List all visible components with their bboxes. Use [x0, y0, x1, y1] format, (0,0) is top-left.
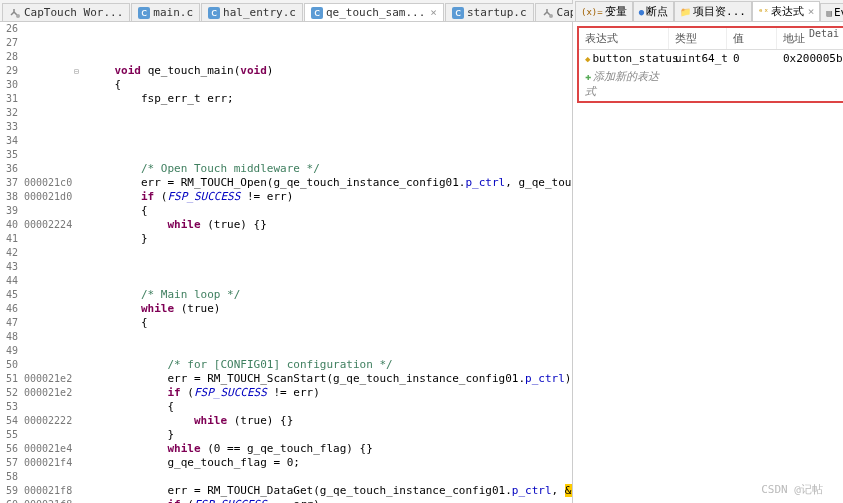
code-text: while (0 == g_qe_touch_flag) {} — [88, 442, 373, 456]
code-text: if (FSP_SUCCESS == err) — [88, 498, 320, 503]
fold-marker — [74, 470, 88, 484]
address — [22, 246, 74, 260]
code-line[interactable]: 43 — [0, 260, 572, 274]
expression-row[interactable]: ◆button_statusuint64_t00x200005b8 — [579, 50, 843, 67]
code-line[interactable]: 38000021d0 if (FSP_SUCCESS != err) — [0, 190, 572, 204]
code-line[interactable]: 57000021f4 g_qe_touch_flag = 0; — [0, 456, 572, 470]
col-expression[interactable]: 表达式 — [579, 28, 669, 49]
code-line[interactable]: 52000021e2 if (FSP_SUCCESS != err) — [0, 386, 572, 400]
fold-marker[interactable]: ⊟ — [74, 64, 88, 78]
variable-icon: ◆ — [585, 54, 590, 64]
fold-marker — [74, 260, 88, 274]
address — [22, 400, 74, 414]
code-area: 26272829⊟ void qe_touch_main(void)30 {31… — [0, 22, 572, 503]
line-number: 32 — [0, 106, 22, 120]
code-text: /* Open Touch middleware */ — [88, 162, 320, 176]
code-line[interactable]: 30 { — [0, 78, 572, 92]
c-file-icon: c — [452, 7, 464, 19]
c-file-icon: c — [138, 7, 150, 19]
code-text: } — [88, 232, 148, 246]
line-number: 34 — [0, 134, 22, 148]
view-tab-label: 项目资... — [693, 4, 746, 19]
code-line[interactable]: 60000021f8 if (FSP_SUCCESS == err) — [0, 498, 572, 503]
code-line[interactable]: 5400002222 while (true) {} — [0, 414, 572, 428]
editor-tab[interactable]: cmain.c — [131, 3, 200, 21]
code-line[interactable]: 48 — [0, 330, 572, 344]
code-line[interactable]: 29⊟ void qe_touch_main(void) — [0, 64, 572, 78]
code-text: while (true) {} — [88, 414, 293, 428]
col-value[interactable]: 值 — [727, 28, 777, 49]
code-line[interactable]: 27 — [0, 36, 572, 50]
line-number: 35 — [0, 148, 22, 162]
code-text: } — [88, 428, 174, 442]
code-line[interactable]: 41 } — [0, 232, 572, 246]
view-tab[interactable]: ᵉˣ表达式× — [752, 1, 820, 21]
code-line[interactable]: 35 — [0, 148, 572, 162]
code-line[interactable]: 56000021e4 while (0 == g_qe_touch_flag) … — [0, 442, 572, 456]
fold-marker — [74, 134, 88, 148]
code-line[interactable]: 47 { — [0, 316, 572, 330]
code-text: fsp_err_t err; — [88, 92, 234, 106]
expressions-rows: ◆button_statusuint64_t00x200005b8✚添加新的表达… — [579, 50, 843, 101]
editor-tab[interactable]: cstartup.c — [445, 3, 534, 21]
editor-tab[interactable]: chal_entry.c — [201, 3, 303, 21]
code-line[interactable]: 44 — [0, 274, 572, 288]
fold-marker — [74, 176, 88, 190]
view-tab[interactable]: 📁项目资... — [674, 1, 752, 21]
code-gutter[interactable]: 26272829⊟ void qe_touch_main(void)30 {31… — [0, 22, 572, 503]
code-line[interactable]: 55 } — [0, 428, 572, 442]
code-line[interactable]: 49 — [0, 344, 572, 358]
c-file-icon: c — [208, 7, 220, 19]
line-number: 36 — [0, 162, 22, 176]
close-icon[interactable]: × — [808, 5, 815, 18]
right-tabs: (x)=变量●断点📁项目资...ᵉˣ表达式×▤Eventp...⬚Periph.… — [573, 0, 843, 22]
code-line[interactable]: 36 /* Open Touch middleware */ — [0, 162, 572, 176]
close-icon[interactable]: × — [430, 6, 437, 19]
line-number: 47 — [0, 316, 22, 330]
code-line[interactable]: 46 while (true) — [0, 302, 572, 316]
address: 000021c0 — [22, 176, 74, 190]
expr-name: button_status — [592, 52, 678, 65]
code-line[interactable]: 4000002224 while (true) {} — [0, 218, 572, 232]
editor-tab[interactable]: cqe_touch_sam...× — [304, 3, 444, 21]
code-line[interactable]: 39 { — [0, 204, 572, 218]
code-text: if (FSP_SUCCESS != err) — [88, 190, 293, 204]
code-line[interactable]: 59000021f8 err = RM_TOUCH_DataGet(g_qe_t… — [0, 484, 572, 498]
code-line[interactable]: 51000021e2 err = RM_TOUCH_ScanStart(g_qe… — [0, 372, 572, 386]
address — [22, 330, 74, 344]
code-line[interactable]: 58 — [0, 470, 572, 484]
fold-marker — [74, 498, 88, 503]
line-number: 56 — [0, 442, 22, 456]
address — [22, 148, 74, 162]
line-number: 49 — [0, 344, 22, 358]
address — [22, 78, 74, 92]
view-tab-icon: (x)= — [581, 7, 603, 17]
view-tab[interactable]: ▤Eventp... — [820, 3, 843, 21]
code-line[interactable]: 31 fsp_err_t err; — [0, 92, 572, 106]
code-line[interactable]: 50 /* for [CONFIG01] configuration */ — [0, 358, 572, 372]
address: 00002224 — [22, 218, 74, 232]
code-line[interactable]: 42 — [0, 246, 572, 260]
code-line[interactable]: 28 — [0, 50, 572, 64]
line-number: 44 — [0, 274, 22, 288]
fold-marker — [74, 456, 88, 470]
fold-marker — [74, 50, 88, 64]
editor-tab[interactable]: CapTouch Wor... — [2, 3, 130, 21]
code-line[interactable]: 37000021c0 err = RM_TOUCH_Open(g_qe_touc… — [0, 176, 572, 190]
plus-icon: ✚ — [585, 71, 591, 82]
add-expression-row[interactable]: ✚添加新的表达式 — [579, 67, 843, 101]
line-number: 30 — [0, 78, 22, 92]
code-line[interactable]: 33 — [0, 120, 572, 134]
line-number: 42 — [0, 246, 22, 260]
view-tab[interactable]: ●断点 — [633, 1, 674, 21]
code-line[interactable]: 32 — [0, 106, 572, 120]
col-type[interactable]: 类型 — [669, 28, 727, 49]
line-number: 29 — [0, 64, 22, 78]
code-line[interactable]: 34 — [0, 134, 572, 148]
line-number: 59 — [0, 484, 22, 498]
code-line[interactable]: 53 { — [0, 400, 572, 414]
code-line[interactable]: 26 — [0, 22, 572, 36]
address — [22, 36, 74, 50]
view-tab[interactable]: (x)=变量 — [575, 1, 633, 21]
code-line[interactable]: 45 /* Main loop */ — [0, 288, 572, 302]
